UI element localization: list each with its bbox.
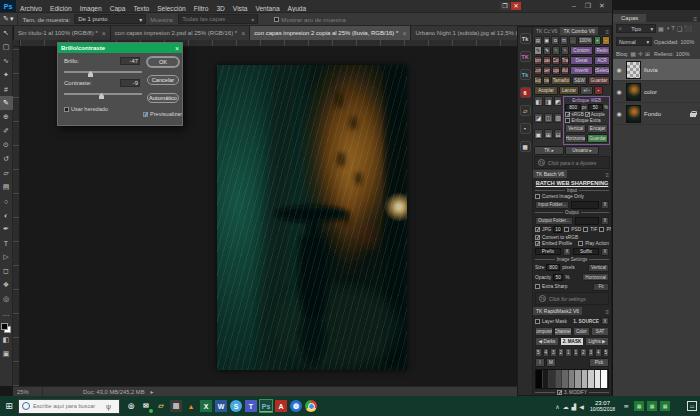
- pick-button[interactable]: Pick: [589, 358, 609, 367]
- task-view-button[interactable]: ◎: [125, 400, 137, 412]
- half-circle-panel-icon[interactable]: ◓: [520, 123, 531, 134]
- selecc-button[interactable]: ±Selecc: [594, 66, 610, 75]
- mask-icon-5[interactable]: ◫: [544, 113, 553, 123]
- marquee-tool[interactable]: ▢: [0, 40, 13, 54]
- clear-input-button[interactable]: X: [601, 201, 609, 209]
- web-pct-field[interactable]: 50: [588, 104, 603, 111]
- visibility-eye-icon[interactable]: ◉: [615, 110, 623, 117]
- mail-tray-icon[interactable]: ✉: [621, 401, 631, 411]
- opacity-value[interactable]: 100%: [681, 39, 695, 45]
- type-tool[interactable]: T: [0, 236, 13, 250]
- brush-gray-button[interactable]: ✎: [561, 46, 569, 55]
- convert-srgb-checkbox[interactable]: Convert to sRGB: [535, 235, 609, 240]
- mult-button[interactable]: Mult: [561, 66, 569, 75]
- zoom-out-button[interactable]: −: [602, 36, 610, 45]
- jpg-checkbox[interactable]: [535, 227, 540, 232]
- notepad-app[interactable]: ▤: [170, 400, 182, 412]
- enfoque-extra-checkbox[interactable]: [565, 118, 570, 123]
- taskbar-search[interactable]: ψ: [18, 399, 120, 414]
- opacity-field[interactable]: 50: [553, 274, 563, 281]
- menu-item[interactable]: Archivo: [16, 5, 46, 12]
- use-legacy-checkbox[interactable]: Usar heredado: [64, 106, 108, 112]
- lights-button[interactable]: Lights ▶: [585, 337, 609, 346]
- tk-settings-bar[interactable]: Tk Click para ir a Ajustes: [534, 156, 610, 169]
- green-tile-1[interactable]: ▦: [634, 401, 644, 411]
- photoshop-app[interactable]: Ps: [260, 400, 272, 412]
- tab-tk-rapidmask[interactable]: TK RapidMask2 V6: [533, 307, 582, 315]
- pen-tool[interactable]: ✒: [0, 222, 13, 236]
- output-folder-button[interactable]: Output Folder...: [535, 217, 573, 225]
- psd-checkbox[interactable]: [564, 227, 569, 232]
- lock-option-icon[interactable]: ✛: [638, 50, 643, 57]
- close-tab-icon[interactable]: ×: [402, 30, 406, 37]
- tab-layers[interactable]: Capas: [613, 14, 646, 22]
- guardar-web-button[interactable]: Guardar: [587, 134, 608, 143]
- close-tab-icon[interactable]: ×: [102, 30, 106, 37]
- contrast-value-field[interactable]: -9: [120, 79, 140, 87]
- menu-item[interactable]: Ayuda: [284, 5, 311, 12]
- acrobat-app[interactable]: A: [275, 400, 287, 412]
- foreground-color-swatch[interactable]: [1, 323, 8, 330]
- clear-output-button[interactable]: X: [601, 217, 609, 225]
- close-source-button[interactable]: X: [601, 317, 609, 325]
- srgb-checkbox[interactable]: [565, 112, 570, 117]
- menu-item[interactable]: Edición: [46, 5, 76, 12]
- acr-button[interactable]: ACR: [594, 56, 610, 65]
- red-dot-button[interactable]: ▪: [594, 86, 603, 95]
- screen-mode-button[interactable]: ▣: [0, 347, 13, 361]
- zone-number-button[interactable]: 4: [595, 348, 602, 357]
- output-folder-field[interactable]: [575, 217, 599, 225]
- layer-row-lluvia[interactable]: ◉ lluvia: [613, 59, 700, 81]
- chevron-right-icon[interactable]: ▸: [151, 389, 154, 395]
- snapshot-button[interactable]: ⊡: [560, 36, 568, 45]
- channel-button[interactable]: Channel: [554, 327, 572, 336]
- hidden-icons-chevron[interactable]: ∧: [555, 403, 559, 410]
- microphone-icon[interactable]: ψ: [106, 403, 111, 410]
- input-folder-button[interactable]: Input Folder...: [535, 201, 569, 209]
- word-app[interactable]: W: [215, 400, 227, 412]
- mask-icon-3[interactable]: ◩: [554, 96, 563, 106]
- zone-key[interactable]: [601, 370, 608, 388]
- layer-row-color[interactable]: ◉ color: [613, 81, 700, 103]
- png-checkbox[interactable]: [599, 227, 604, 232]
- mask-icon-2[interactable]: ◨: [544, 96, 553, 106]
- darks-button[interactable]: ◀ Darks: [535, 337, 559, 346]
- close-dialog-icon[interactable]: ×: [175, 45, 179, 52]
- super-button[interactable]: Super: [552, 66, 560, 75]
- layer-name[interactable]: Fondo: [644, 111, 661, 117]
- close-window-button[interactable]: ✕: [511, 2, 521, 10]
- zoom-level-field[interactable]: 25%: [13, 387, 43, 396]
- close-tab-icon[interactable]: ×: [241, 30, 245, 37]
- lum-button[interactable]: Lum: [534, 66, 542, 75]
- size-field[interactable]: 800: [546, 264, 560, 271]
- tra-button[interactable]: Tra: [561, 56, 569, 65]
- zone-number-button[interactable]: 1: [565, 348, 572, 357]
- tamano-button[interactable]: Tamaño: [551, 76, 571, 85]
- gradient-tool[interactable]: ▤: [0, 180, 13, 194]
- vertical-button[interactable]: Vertical: [565, 124, 586, 133]
- volume-icon[interactable]: ◀: [579, 403, 584, 410]
- tk-badge-icon[interactable]: 6: [520, 87, 531, 98]
- menu-item[interactable]: Capa: [106, 5, 130, 12]
- zone-number-button[interactable]: 3: [588, 348, 595, 357]
- usuario-flyout-button[interactable]: Usuario ▸: [565, 146, 599, 155]
- mask-icon-6[interactable]: ▥: [554, 113, 563, 123]
- green-tile-2[interactable]: ▦: [647, 401, 657, 411]
- menu-item[interactable]: Filtro: [190, 5, 213, 12]
- taskbar-clock[interactable]: 23:07 10/05/2018: [590, 400, 615, 412]
- notification-center-icon[interactable]: ▭: [687, 401, 697, 411]
- document-tab[interactable]: con capas impresion 2 copia al 25% (lluv…: [250, 26, 411, 40]
- auto-button[interactable]: Automático: [147, 93, 179, 103]
- document-tab[interactable]: Sin título-1 al 100% (RGB/8) * ×: [14, 26, 111, 40]
- crop-tool[interactable]: #: [0, 82, 13, 96]
- mask-icon-9[interactable]: ⊟: [554, 129, 563, 139]
- layer-thumbnail[interactable]: [626, 61, 641, 79]
- prefix-field[interactable]: Prefix: [535, 248, 561, 255]
- fuerte-button[interactable]: Fuerte: [543, 66, 551, 75]
- minimize-button[interactable]: –: [567, 0, 581, 12]
- fit-button[interactable]: Fit: [593, 283, 609, 291]
- duplicate-button[interactable]: ⧉: [551, 36, 559, 45]
- plusminus-button[interactable]: +/−: [580, 86, 593, 95]
- clear-suffix-button[interactable]: X: [601, 248, 609, 256]
- move-button[interactable]: ↔: [569, 36, 577, 45]
